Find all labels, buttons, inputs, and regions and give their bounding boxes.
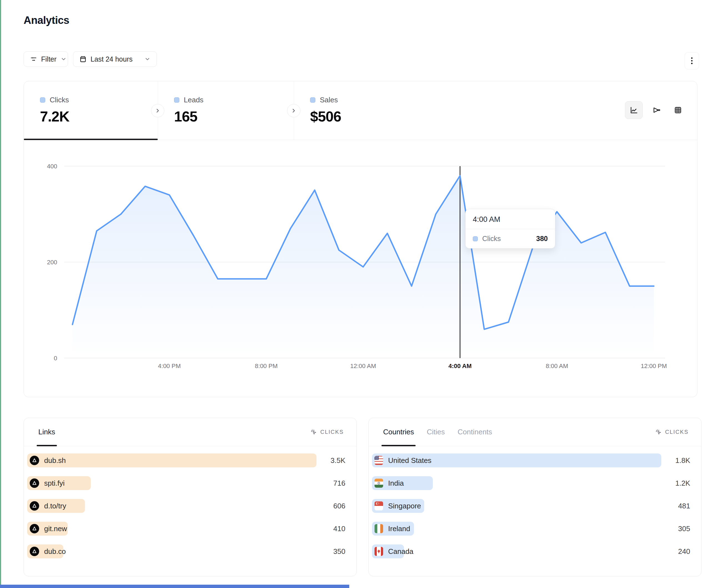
country-label: United States [388, 456, 431, 465]
link-row-d-to-try[interactable]: d.to/try 606 [27, 499, 345, 513]
expand-clicks-chevron-button[interactable] [151, 104, 164, 117]
analytics-page: Analytics Filter Last 24 hours [0, 0, 711, 588]
cursor-click-icon [310, 429, 317, 435]
funnel-view-button[interactable] [650, 103, 664, 117]
link-label: git.new [44, 524, 67, 533]
country-bar-area: Singapore [372, 499, 661, 513]
country-bar-area: United States [372, 453, 661, 467]
dub-logo-icon [30, 478, 39, 488]
links-list: dub.sh 3.5K spti.fyi 716 d.to/try [24, 446, 357, 558]
link-row-git-new[interactable]: git.new 410 [27, 522, 345, 536]
line-chart-view-button[interactable] [625, 101, 643, 119]
page-title: Analytics [24, 15, 69, 26]
link-value: 606 [317, 502, 345, 510]
date-range-label: Last 24 hours [90, 55, 133, 63]
clicks-legend-swatch [40, 97, 45, 103]
country-value: 1.8K [661, 456, 690, 465]
countries-panel-header: Countries Cities Continents CLICKS [369, 418, 701, 446]
dub-logo-icon [30, 547, 39, 556]
dub-logo-icon [30, 501, 39, 511]
date-range-button[interactable]: Last 24 hours [73, 51, 157, 67]
link-bar-area: spti.fyi [27, 476, 317, 490]
link-bar [27, 453, 317, 467]
svg-text:200: 200 [47, 259, 57, 266]
filter-button-label: Filter [41, 55, 57, 63]
filter-button[interactable]: Filter [24, 51, 68, 67]
more-options-button[interactable] [685, 52, 699, 69]
country-row-united-states[interactable]: United States 1.8K [372, 453, 690, 467]
chart-tooltip: 4:00 AM Clicks 380 [465, 209, 555, 249]
country-value: 305 [661, 524, 690, 533]
svg-text:4:00 PM: 4:00 PM [158, 362, 181, 369]
tooltip-value: 380 [536, 235, 548, 243]
countries-metric-toggle[interactable]: CLICKS [655, 429, 689, 435]
tab-cities[interactable]: Cities [427, 418, 445, 446]
tab-links[interactable]: Links [38, 418, 55, 446]
country-bar-area: Canada [372, 544, 661, 558]
links-panel: Links CLICKS dub.sh [24, 418, 357, 576]
svg-text:400: 400 [47, 163, 57, 170]
sales-legend-swatch [310, 97, 316, 103]
sg-flag-icon [374, 501, 383, 511]
line-chart-icon [630, 106, 638, 114]
clicks-label: Clicks [50, 96, 69, 104]
country-bar-area: India [372, 476, 661, 490]
tab-countries[interactable]: Countries [383, 418, 414, 446]
in-flag-icon [374, 479, 383, 488]
dub-logo-icon [30, 524, 39, 533]
link-row-dub-co[interactable]: dub.co 350 [27, 544, 345, 558]
tab-continents[interactable]: Continents [457, 418, 492, 446]
tab-leads[interactable]: Leads 165 [158, 81, 294, 140]
country-row-canada[interactable]: Canada 240 [372, 544, 690, 558]
ca-flag-icon [374, 547, 383, 556]
svg-text:8:00 AM: 8:00 AM [546, 362, 568, 369]
link-value: 716 [317, 479, 345, 488]
leads-value: 165 [174, 108, 294, 125]
link-bar-area: dub.sh [27, 453, 317, 467]
chevron-down-icon [144, 56, 150, 62]
svg-text:12:00 AM: 12:00 AM [350, 362, 376, 369]
tooltip-time: 4:00 AM [466, 209, 555, 229]
tab-clicks[interactable]: Clicks 7.2K [24, 81, 158, 140]
countries-panel: Countries Cities Continents CLICKS [368, 418, 702, 576]
links-metric-label: CLICKS [320, 429, 344, 435]
leads-label: Leads [184, 96, 203, 104]
links-metric-toggle[interactable]: CLICKS [310, 429, 344, 435]
link-label: dub.sh [44, 456, 66, 465]
cursor-click-icon [655, 429, 662, 435]
link-bar-area: git.new [27, 522, 317, 536]
country-row-ireland[interactable]: Ireland 305 [372, 522, 690, 536]
area-chart-canvas[interactable]: 02004004:00 PM8:00 PM12:00 AM4:00 AM8:00… [24, 140, 697, 397]
analytics-chart-card: Clicks 7.2K Leads 165 Sales $506 [24, 81, 697, 397]
link-bar-area: d.to/try [27, 499, 317, 513]
svg-text:12:00 PM: 12:00 PM [641, 362, 667, 369]
leads-legend-swatch [174, 97, 179, 103]
funnel-icon [653, 106, 661, 114]
countries-metric-label: CLICKS [665, 429, 689, 435]
kebab-icon [688, 56, 695, 65]
link-row-dub-sh[interactable]: dub.sh 3.5K [27, 453, 345, 467]
country-value: 1.2K [661, 479, 690, 488]
stats-tabs-row: Clicks 7.2K Leads 165 Sales $506 [24, 81, 697, 140]
ie-flag-icon [374, 524, 383, 533]
table-view-button[interactable] [671, 103, 685, 117]
links-panel-header: Links CLICKS [24, 418, 357, 446]
country-label: Ireland [388, 524, 410, 533]
link-row-spti-fyi[interactable]: spti.fyi 716 [27, 476, 345, 490]
filter-icon [30, 55, 37, 63]
link-label: dub.co [44, 547, 66, 556]
dub-logo-icon [30, 456, 39, 465]
left-edge-strip [0, 0, 1, 588]
country-label: Canada [388, 547, 413, 556]
clicks-value: 7.2K [40, 108, 158, 125]
clicks-time-series-chart[interactable]: 02004004:00 PM8:00 PM12:00 AM4:00 AM8:00… [24, 140, 697, 397]
link-label: d.to/try [44, 502, 66, 510]
chevron-down-icon [61, 56, 67, 62]
expand-leads-chevron-button[interactable] [287, 104, 300, 117]
link-label: spti.fyi [44, 479, 65, 488]
us-flag-icon [374, 456, 383, 465]
country-row-singapore[interactable]: Singapore 481 [372, 499, 690, 513]
country-row-india[interactable]: India 1.2K [372, 476, 690, 490]
country-value: 240 [661, 547, 690, 556]
countries-list: United States 1.8K India 1.2K Singapore [369, 446, 701, 558]
